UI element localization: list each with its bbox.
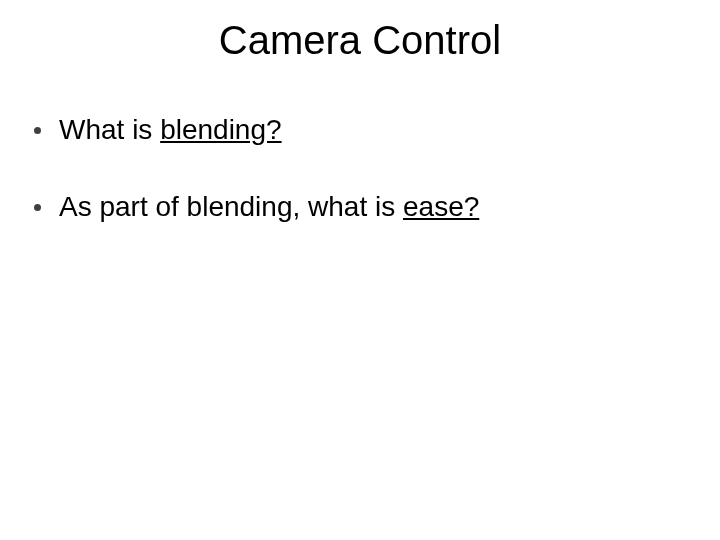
bullet-item: What is blending? [34,112,686,147]
bullet-prefix: As part of blending, what is [59,191,403,222]
bullet-dot-icon [34,204,41,211]
bullet-prefix: What is [59,114,160,145]
bullet-item: As part of blending, what is ease? [34,189,686,224]
slide: Camera Control What is blending? As part… [0,0,720,540]
bullet-underlined: blending? [160,114,281,145]
bullet-underlined: ease? [403,191,479,222]
bullet-text: As part of blending, what is ease? [59,189,686,224]
bullet-text: What is blending? [59,112,686,147]
slide-title: Camera Control [0,18,720,63]
slide-body: What is blending? As part of blending, w… [34,112,686,266]
bullet-dot-icon [34,127,41,134]
